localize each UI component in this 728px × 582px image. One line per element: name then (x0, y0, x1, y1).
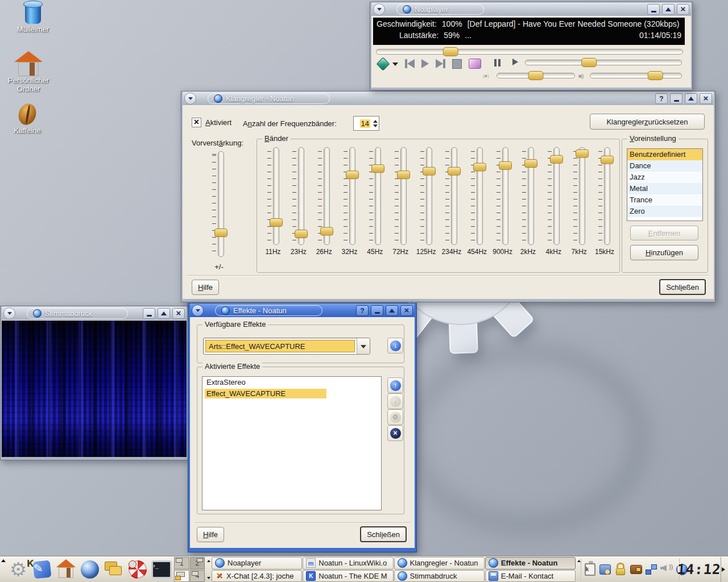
volume-slider[interactable] (525, 58, 682, 66)
slider-handle[interactable] (371, 164, 384, 173)
band-slider[interactable] (522, 147, 534, 245)
effect-item[interactable]: Effect_WAVECAPTURE (202, 388, 381, 400)
preset-item[interactable]: Dance (627, 160, 702, 172)
close-button[interactable] (677, 4, 689, 15)
band-slider[interactable] (420, 147, 432, 245)
panel-arrow-icon[interactable] (1, 557, 6, 562)
transfer-launcher[interactable] (104, 559, 124, 580)
kmix-tray-icon[interactable] (660, 563, 673, 576)
band-slider[interactable] (395, 147, 407, 245)
taskbar-task-noatun-linuxwiki-o[interactable]: Noatun - LinuxWiki.o (303, 557, 393, 569)
taskbar-task-x-chat-2-4-3-joche[interactable]: X-Chat [2.4.3]: joche (212, 570, 302, 582)
equalizer-titlebar[interactable]: Klangregler - Noatun (183, 92, 714, 105)
pager-desktop-1[interactable]: 1 (174, 557, 189, 569)
effects-titlebar[interactable]: Effekte - Noatun (190, 304, 415, 317)
maximize-button[interactable] (386, 305, 398, 316)
band-slider[interactable] (318, 147, 330, 245)
help-button[interactable] (356, 305, 369, 316)
reset-equalizer-button[interactable]: Klangregler zurücksetzen (590, 114, 705, 130)
enabled-checkbox[interactable] (192, 118, 201, 127)
seek-slider[interactable] (376, 47, 683, 55)
close-dialog-button[interactable]: Schließen (659, 279, 706, 295)
help-button[interactable]: Hilfe (197, 527, 224, 542)
scope-titlebar[interactable]: Stimmabdruck (2, 306, 187, 320)
minimize-button[interactable] (670, 93, 682, 104)
volume-slider-handle[interactable] (582, 58, 597, 67)
slider-handle[interactable] (499, 161, 512, 169)
available-effects-combobox[interactable]: Arts::Effect_WAVECAPTURE (203, 338, 370, 355)
window-menu-button[interactable] (184, 93, 196, 105)
scroll-down-icon[interactable] (207, 577, 210, 581)
desktop-pager[interactable]: 124 (174, 557, 205, 582)
noaplayer-titlebar[interactable]: Noaplayer (371, 2, 691, 16)
maximize-button[interactable] (662, 4, 675, 15)
remove-preset-button[interactable]: Entfernen (630, 226, 698, 240)
remove-effect-button[interactable]: × (387, 425, 403, 441)
preamp-slider[interactable] (212, 151, 224, 257)
close-dialog-button[interactable]: Schließen (360, 526, 407, 542)
klipper-tray-icon[interactable] (584, 563, 596, 576)
close-button[interactable] (700, 93, 712, 104)
terminal-launcher[interactable] (151, 559, 172, 580)
preamp-slider-handle[interactable] (214, 228, 228, 237)
pager-desktop-4[interactable]: 4 (190, 570, 205, 582)
playlist-button[interactable] (469, 59, 481, 69)
configure-effect-button[interactable]: ⚙ (387, 409, 403, 425)
spin-down-icon[interactable] (373, 124, 378, 130)
preset-item[interactable]: Trance (627, 194, 702, 206)
taskbar-task-stimmabdruck[interactable]: Stimmabdruck (394, 570, 485, 582)
band-slider[interactable] (497, 147, 508, 245)
next-button[interactable] (436, 59, 445, 68)
edit-launcher[interactable] (32, 559, 52, 580)
taskbar-task-klangregler-noatun[interactable]: Klangregler - Noatun (394, 557, 485, 569)
panel-hide-button[interactable] (721, 557, 728, 582)
help-button[interactable]: Hilfe (192, 280, 219, 295)
playlist-menu-button[interactable] (378, 59, 398, 69)
help-launcher[interactable] (127, 559, 148, 580)
minimize-button[interactable] (371, 305, 383, 316)
taskbar-task-noatun-the-kde-m[interactable]: Noatun - The KDE M (303, 570, 393, 582)
pager-desktop-3[interactable] (174, 570, 189, 582)
slider-handle[interactable] (601, 156, 614, 164)
taskbar-clock[interactable]: 14:12 (681, 560, 717, 579)
balance-slider-handle[interactable] (528, 71, 544, 80)
slider-handle[interactable] (550, 155, 563, 163)
stop-button[interactable] (452, 59, 462, 69)
network-tray-icon[interactable] (645, 563, 657, 576)
band-slider[interactable] (573, 147, 585, 245)
desktop-icon-muelleimer[interactable]: Mülleimer (6, 3, 60, 34)
taskbar-task-e-mail-kontact[interactable]: E-Mail - Kontact (485, 570, 576, 582)
kontact-tray-icon[interactable] (599, 563, 611, 576)
maximize-button[interactable] (685, 93, 697, 104)
pause-button[interactable] (494, 59, 500, 66)
minimize-button[interactable] (647, 4, 660, 15)
band-slider[interactable] (598, 147, 610, 245)
band-slider[interactable] (292, 147, 304, 245)
move-effect-up-button[interactable]: ↑ (387, 377, 403, 393)
scroll-up-icon[interactable] (577, 558, 581, 562)
task-scroll-strip[interactable] (206, 557, 211, 582)
preset-item[interactable]: Metal (627, 183, 702, 194)
pitch-slider-handle[interactable] (647, 71, 663, 80)
close-button[interactable] (400, 305, 413, 316)
add-preset-button[interactable]: Hinzufügen (630, 245, 698, 260)
slider-handle[interactable] (295, 230, 308, 238)
scroll-up-icon[interactable] (207, 558, 210, 562)
slider-handle[interactable] (448, 167, 461, 176)
slider-handle[interactable] (320, 227, 333, 236)
kmenu-launcher[interactable] (8, 559, 28, 580)
preset-item[interactable]: Zero (627, 206, 702, 217)
spin-up-icon[interactable] (373, 118, 378, 123)
play-small-button[interactable] (512, 59, 518, 65)
slider-handle[interactable] (346, 171, 359, 179)
desktop-icon-persoenlicher-ordner[interactable]: Persönlicher Ordner (1, 52, 56, 94)
move-effect-down-button[interactable]: ↓ (387, 393, 403, 409)
slider-handle[interactable] (473, 163, 486, 171)
slider-handle[interactable] (397, 171, 410, 179)
slider-handle[interactable] (270, 218, 283, 227)
window-menu-button[interactable] (3, 307, 15, 319)
window-menu-button[interactable] (373, 3, 385, 15)
close-button[interactable] (172, 308, 185, 319)
kwallet-tray-icon[interactable] (630, 563, 642, 576)
active-effects-list[interactable]: ExtraStereoEffect_WAVECAPTURE (202, 376, 382, 510)
